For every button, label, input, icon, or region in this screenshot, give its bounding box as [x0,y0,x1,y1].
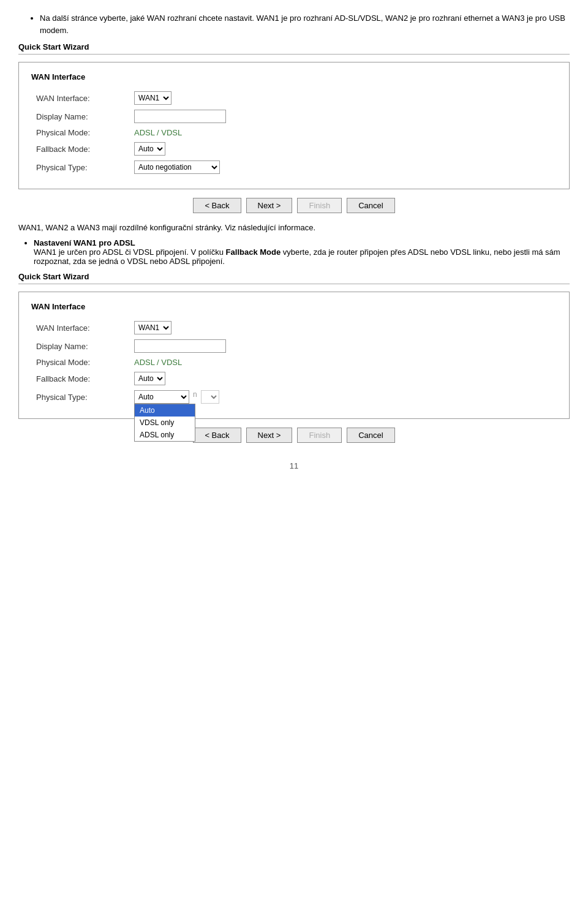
w2-dd-adsl[interactable]: ADSL only [135,429,195,441]
w2-display-name-label: Display Name: [31,337,129,355]
w2-display-name-value-cell [129,337,557,355]
physical-mode-value: ADSL / VDSL [134,128,182,137]
w2-fallback-mode-value-cell: Auto [129,369,557,388]
fallback-mode-label: Fallback Mode: [31,140,129,158]
wizard2-title: Quick Start Wizard [18,272,570,281]
middle-line1: WAN1, WAN2 a WAN3 mají rozdílné konfigur… [18,223,570,232]
wizard1-divider [18,54,570,55]
display-name-label: Display Name: [31,107,129,126]
wizard2-panel: WAN Interface WAN Interface: WAN1 Displa… [18,292,570,419]
w2-display-name-input[interactable] [134,339,226,353]
wizard1-section: Quick Start Wizard WAN Interface WAN Int… [18,42,570,213]
middle-bullet: Nastavení WAN1 pro ADSL WAN1 je určen pr… [34,238,570,266]
w2-fallback-mode-label: Fallback Mode: [31,369,129,388]
w2-physical-type-extra-select[interactable] [201,390,219,404]
physical-type-row: Physical Type: Auto negotiation [31,158,557,176]
w2-dd-auto[interactable]: Auto [135,404,195,417]
middle-bullet-body2-pre: V políčku [191,247,226,257]
w2-physical-type-dropdown[interactable]: Auto VDSL only ADSL only Auto VDSL only … [134,390,189,404]
w2-fallback-mode-select[interactable]: Auto [134,372,165,385]
w2-physical-mode-value: ADSL / VDSL [134,358,182,367]
wan-interface-value-cell: WAN1 [129,89,557,107]
wizard1-form-table: WAN Interface: WAN1 Display Name: Physic… [31,89,557,176]
wan-interface-input-wrap: WAN1 [134,91,552,105]
wizard1-title: Quick Start Wizard [18,42,570,51]
w2-fallback-mode-row: Fallback Mode: Auto [31,369,557,388]
wizard1-finish-button[interactable]: Finish [297,198,342,213]
intro-section: Na další stránce vyberte, jaké WAN rozhr… [18,12,570,36]
wizard1-panel-title: WAN Interface [31,72,557,81]
physical-type-label: Physical Type: [31,158,129,176]
physical-mode-label: Physical Mode: [31,126,129,140]
wizard1-back-button[interactable]: < Back [193,198,241,213]
w2-physical-mode-label: Physical Mode: [31,355,129,369]
w2-wan-interface-select[interactable]: WAN1 [134,321,172,334]
wan-interface-row: WAN Interface: WAN1 [31,89,557,107]
w2-physical-type-value-cell: Auto VDSL only ADSL only Auto VDSL only … [129,388,557,406]
page-number: 11 [18,461,570,470]
physical-mode-row: Physical Mode: ADSL / VDSL [31,126,557,140]
wan-interface-select[interactable]: WAN1 [134,91,172,105]
middle-bullet-title: Nastavení WAN1 pro ADSL [34,238,135,247]
w2-wan-interface-row: WAN Interface: WAN1 [31,319,557,337]
w2-physical-type-row: Physical Type: Auto VDSL only ADSL only … [31,388,557,406]
middle-bullet-body2-bold: Fallback Mode [226,247,281,257]
intro-bullet1: Na další stránce vyberte, jaké WAN rozhr… [40,12,570,36]
physical-type-value-cell: Auto negotiation [129,158,557,176]
wizard2-back-button[interactable]: < Back [193,428,241,443]
w2-physical-type-input-wrap: Auto VDSL only ADSL only Auto VDSL only … [134,390,552,404]
fallback-mode-select[interactable]: Auto [134,142,165,156]
wizard2-finish-button[interactable]: Finish [297,428,342,443]
fallback-mode-row: Fallback Mode: Auto [31,140,557,158]
w2-wan-interface-value-cell: WAN1 [129,319,557,337]
wizard2-form-table: WAN Interface: WAN1 Display Name: Physic… [31,319,557,406]
w2-physical-mode-row: Physical Mode: ADSL / VDSL [31,355,557,369]
wizard2-next-button[interactable]: Next > [246,428,293,443]
wizard2-btn-row: < Back Next > Finish Cancel [18,428,570,443]
wizard1-next-button[interactable]: Next > [246,198,293,213]
w2-dd-vdsl[interactable]: VDSL only [135,417,195,429]
middle-bullet-body1: WAN1 je určen pro ADSL či VDSL připojení… [34,247,189,257]
wizard1-panel: WAN Interface WAN Interface: WAN1 Displa… [18,62,570,189]
wizard2-divider [18,284,570,284]
w2-physical-mode-value-cell: ADSL / VDSL [129,355,557,369]
display-name-row: Display Name: [31,107,557,126]
physical-type-select[interactable]: Auto negotiation [134,160,220,174]
w2-physical-type-select[interactable]: Auto VDSL only ADSL only [134,390,189,404]
physical-mode-value-cell: ADSL / VDSL [129,126,557,140]
wan-interface-label: WAN Interface: [31,89,129,107]
wizard1-cancel-button[interactable]: Cancel [347,198,394,213]
w2-physical-type-suffix: n [193,390,197,399]
w2-wan-interface-label: WAN Interface: [31,319,129,337]
display-name-input[interactable] [134,110,226,123]
wizard2-panel-title: WAN Interface [31,302,557,311]
middle-text-section: WAN1, WAN2 a WAN3 mají rozdílné konfigur… [18,223,570,266]
wizard2-section: Quick Start Wizard WAN Interface WAN Int… [18,272,570,443]
wizard1-btn-row: < Back Next > Finish Cancel [18,198,570,213]
fallback-mode-value-cell: Auto [129,140,557,158]
wizard2-cancel-button[interactable]: Cancel [347,428,394,443]
w2-physical-type-label: Physical Type: [31,388,129,406]
w2-display-name-row: Display Name: [31,337,557,355]
display-name-value-cell [129,107,557,126]
w2-physical-type-popup: Auto VDSL only ADSL only [134,404,195,442]
